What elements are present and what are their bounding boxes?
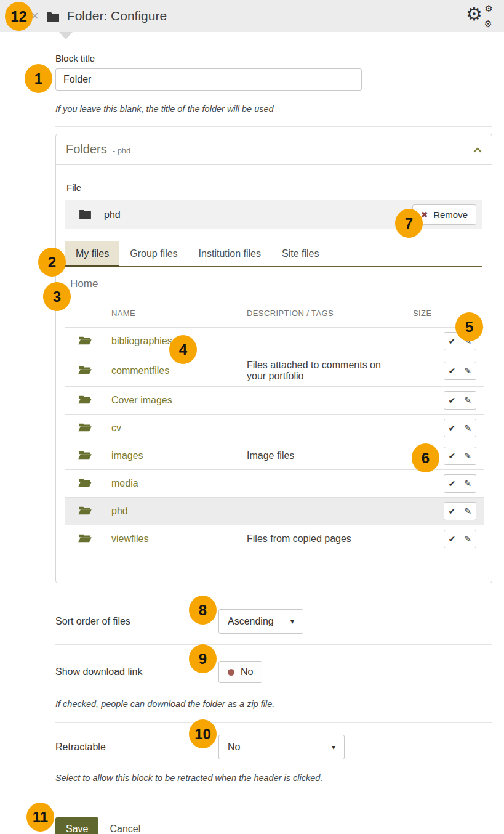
check-icon: ✔: [448, 451, 455, 461]
check-icon: ✔: [448, 336, 455, 346]
callout-badge-3: 3: [43, 282, 71, 311]
divider: [55, 644, 492, 645]
edit-button[interactable]: ✎: [460, 502, 476, 520]
gear-icon: ⚙: [484, 19, 492, 28]
column-header-icon: [65, 299, 104, 328]
callout-badge-1: 1: [25, 64, 52, 93]
column-header-size: SIZE: [406, 299, 436, 328]
folder-description: [239, 470, 406, 498]
folder-link[interactable]: media: [111, 478, 138, 488]
callout-badge-11: 11: [26, 803, 54, 832]
folder-size: [406, 355, 436, 387]
edit-button[interactable]: ✎: [460, 530, 476, 548]
select-button[interactable]: ✔: [444, 447, 460, 465]
folder-icon: [79, 209, 92, 221]
folder-description: Image files: [239, 442, 406, 470]
tab-my-files[interactable]: My files: [65, 241, 119, 266]
show-download-toggle[interactable]: No: [218, 661, 262, 683]
column-header-description: DESCRIPTION / TAGS: [239, 299, 406, 328]
table-header-row: NAME DESCRIPTION / TAGS SIZE: [65, 299, 484, 328]
folder-open-icon: [78, 366, 92, 377]
check-icon: ✔: [448, 479, 455, 488]
folder-configure-modal: × Folder: Configure ⚙ ⚙ ⚙ Block title If…: [0, 0, 504, 834]
folder-link[interactable]: commentfiles: [111, 365, 169, 376]
folder-size: [406, 387, 436, 415]
folder-size: [406, 470, 436, 498]
folders-panel-subtitle: - phd: [113, 146, 131, 155]
block-title-input[interactable]: [55, 68, 362, 91]
folder-link[interactable]: images: [111, 450, 143, 461]
chevron-up-icon[interactable]: [473, 144, 482, 155]
tab-group-files[interactable]: Group files: [119, 241, 188, 266]
tab-institution-files[interactable]: Institution files: [188, 241, 271, 266]
callout-badge-6: 6: [412, 443, 439, 472]
folder-link[interactable]: bibliographies: [111, 336, 172, 346]
folder-link[interactable]: cv: [111, 423, 121, 433]
select-button[interactable]: ✔: [444, 530, 460, 548]
folder-size: [406, 498, 436, 525]
callout-badge-2: 2: [38, 248, 66, 277]
edit-button[interactable]: ✎: [460, 419, 476, 437]
table-row: commentfiles Files attached to comments …: [65, 355, 484, 387]
folder-open-icon: [78, 424, 92, 434]
edit-button[interactable]: ✎: [460, 447, 476, 465]
folder-link[interactable]: phd: [111, 506, 128, 516]
folder-size: [406, 525, 436, 553]
folder-link[interactable]: Cover images: [111, 395, 172, 405]
caret-down-icon: ▾: [332, 743, 335, 751]
folders-panel-body: File phd ✖ Remove My files Group files I…: [56, 165, 492, 583]
remove-label: Remove: [433, 209, 468, 220]
selected-file-name: phd: [104, 209, 121, 221]
folder-description: [239, 387, 406, 415]
cancel-link[interactable]: Cancel: [110, 824, 140, 834]
settings-gears-icon[interactable]: ⚙ ⚙ ⚙: [465, 4, 493, 28]
folder-open-icon: [78, 535, 92, 545]
pencil-icon: ✎: [464, 423, 471, 433]
check-icon: ✔: [448, 366, 455, 376]
check-icon: ✔: [448, 506, 455, 516]
gear-icon: ⚙: [466, 5, 482, 23]
select-button[interactable]: ✔: [444, 391, 460, 410]
show-download-row: Show download link No: [55, 661, 492, 683]
folder-link[interactable]: viewfiles: [111, 533, 148, 544]
breadcrumb[interactable]: Home: [65, 267, 482, 299]
toggle-off-dot-icon: [228, 669, 234, 676]
divider: [55, 795, 492, 795]
select-button[interactable]: ✔: [444, 419, 460, 437]
save-button[interactable]: Save: [55, 817, 98, 834]
callout-badge-8: 8: [189, 596, 217, 625]
table-row-selected: phd ✔✎: [65, 498, 484, 525]
select-button[interactable]: ✔: [444, 502, 460, 520]
table-row: bibliographies ✔✎: [65, 328, 484, 355]
show-download-value: No: [241, 666, 253, 678]
remove-x-icon: ✖: [421, 211, 428, 219]
sort-order-select[interactable]: Ascending ▾: [218, 609, 303, 634]
popover-arrow: [59, 32, 73, 39]
folder-description: [239, 328, 406, 355]
file-label: File: [66, 182, 482, 193]
pencil-icon: ✎: [464, 506, 471, 516]
divider: [55, 722, 492, 723]
table-row: cv ✔✎: [65, 415, 484, 442]
edit-button[interactable]: ✎: [460, 391, 476, 410]
check-icon: ✔: [448, 395, 455, 405]
folder-icon: [46, 11, 60, 22]
block-title-help: If you leave this blank, the title of th…: [55, 104, 492, 114]
tab-site-files[interactable]: Site files: [271, 241, 329, 266]
folders-panel-heading[interactable]: Folders - phd: [56, 134, 492, 165]
edit-button[interactable]: ✎: [460, 474, 476, 493]
folders-panel: Folders - phd File phd ✖ Remove: [55, 134, 492, 583]
pencil-icon: ✎: [464, 366, 471, 376]
callout-badge-10: 10: [189, 719, 217, 748]
edit-button[interactable]: ✎: [460, 362, 476, 380]
folder-size: [406, 415, 436, 442]
select-button[interactable]: ✔: [444, 474, 460, 493]
retractable-select[interactable]: No ▾: [218, 735, 345, 759]
folder-open-icon: [78, 479, 92, 490]
column-header-name: NAME: [104, 299, 239, 328]
sort-order-value: Ascending: [228, 616, 274, 627]
callout-badge-7: 7: [395, 209, 423, 238]
folder-size: [406, 328, 436, 355]
table-row: Cover images ✔✎: [65, 387, 484, 415]
select-button[interactable]: ✔: [444, 362, 460, 380]
